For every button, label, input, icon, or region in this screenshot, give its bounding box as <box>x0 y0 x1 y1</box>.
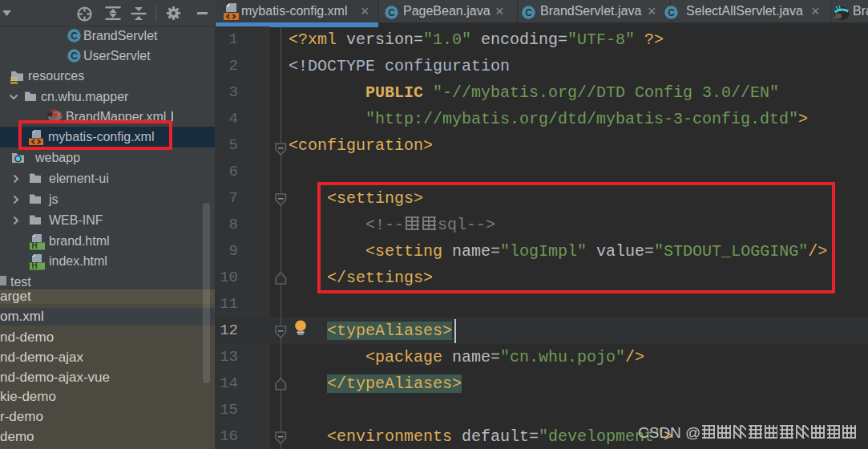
svg-text:C: C <box>71 30 78 42</box>
svg-text:C: C <box>388 7 395 18</box>
svg-text:H: H <box>31 241 37 250</box>
svg-text:H: H <box>31 261 37 270</box>
svg-text:C: C <box>71 51 78 62</box>
svg-text:C: C <box>525 7 532 18</box>
svg-text:C: C <box>668 7 675 18</box>
